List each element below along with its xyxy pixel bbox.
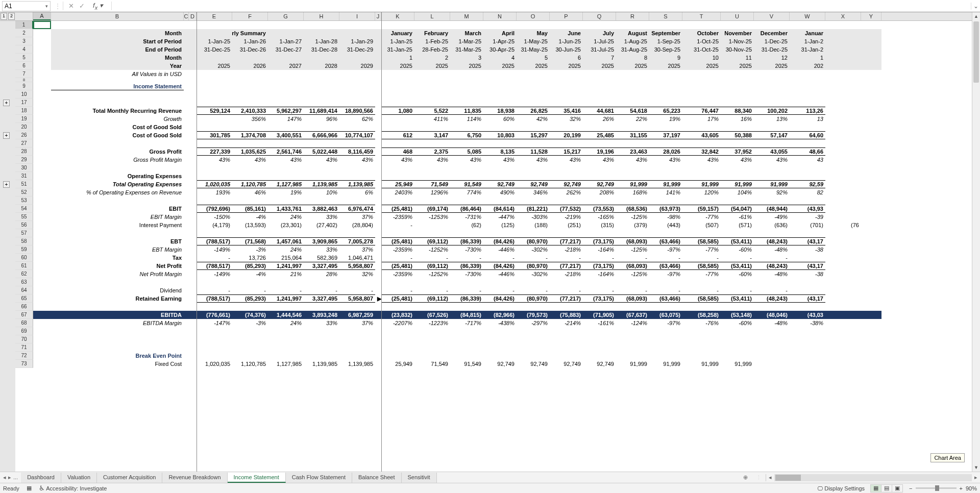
formula-bar: A1 ▾ ⋮ ✕ ✓ fx ▾ ⌄ (0, 0, 980, 12)
formula-expand-icon[interactable]: ⌄ (971, 3, 980, 10)
cancel-icon[interactable]: ✕ (68, 2, 74, 10)
name-box-value: A1 (5, 3, 12, 10)
formula-input[interactable] (112, 1, 971, 11)
separator: ⋮ (53, 3, 63, 10)
name-box[interactable]: A1 ▾ (2, 1, 51, 11)
fx-icon[interactable]: fx ▾ (90, 2, 106, 11)
formula-buttons: ✕ ✓ fx ▾ (63, 2, 112, 11)
enter-icon[interactable]: ✓ (79, 2, 85, 10)
name-box-dropdown-icon[interactable]: ▾ (45, 4, 48, 9)
